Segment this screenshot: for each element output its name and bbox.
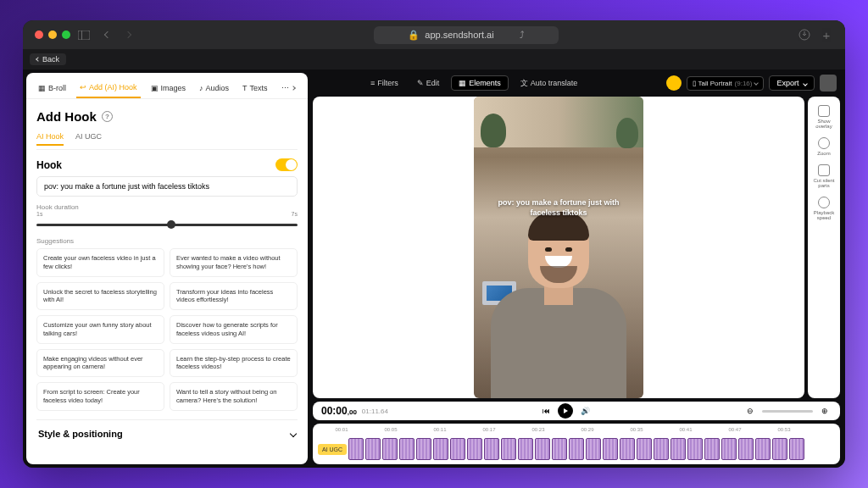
timeline-clip[interactable] <box>416 438 431 460</box>
timeline-clip[interactable] <box>704 438 720 460</box>
maximize-icon[interactable] <box>62 30 70 39</box>
filters-button[interactable]: ≡ Filters <box>364 76 405 90</box>
timeline: 00:01 00:05 00:11 00:17 00:23 00:29 00:3… <box>313 424 840 464</box>
tab-broll[interactable]: ▦ B-roll <box>35 78 70 98</box>
timeline-clip[interactable] <box>586 438 601 460</box>
timeline-clip[interactable] <box>501 438 516 460</box>
nav-forward-icon[interactable] <box>121 28 135 42</box>
timeline-clip[interactable] <box>433 438 448 460</box>
traffic-lights <box>35 30 70 39</box>
zoom-out-button[interactable]: ⊖ <box>743 404 757 418</box>
suggestion-item[interactable]: Create your own faceless video in just a… <box>36 248 164 277</box>
track-label[interactable]: AI UGC <box>318 444 347 455</box>
playback-speed-tool[interactable]: Playback speed <box>810 197 838 220</box>
show-overlay-tool[interactable]: Show overlay <box>810 105 838 129</box>
suggestion-item[interactable]: Ever wanted to make a video without show… <box>170 248 298 277</box>
timeline-clip[interactable] <box>535 438 550 460</box>
volume-button[interactable]: 🔊 <box>578 404 592 418</box>
preview-canvas[interactable]: pov: you make a fortune just with facele… <box>474 97 643 398</box>
minimize-icon[interactable] <box>48 30 57 39</box>
scissors-icon <box>818 164 830 176</box>
timeline-clip[interactable] <box>721 438 737 460</box>
images-icon: ▣ <box>151 84 159 92</box>
timeline-clip[interactable] <box>399 438 415 460</box>
sidebar-toggle-icon[interactable] <box>77 28 91 42</box>
timeline-clip[interactable] <box>603 438 618 460</box>
tab-audios[interactable]: ♪ Audios <box>196 78 232 98</box>
timeline-ruler[interactable]: 00:01 00:05 00:11 00:17 00:23 00:29 00:3… <box>318 427 835 435</box>
timeline-clip[interactable] <box>450 438 465 460</box>
timeline-clip[interactable] <box>348 438 364 460</box>
timeline-clip[interactable] <box>789 438 804 460</box>
new-tab-icon[interactable]: + <box>820 28 833 42</box>
svg-rect-0 <box>78 30 90 40</box>
subtab-ai-ugc[interactable]: AI UGC <box>75 132 102 146</box>
duration-slider[interactable] <box>36 220 298 230</box>
side-panel: ▦ B-roll ↩ Add (AI) Hook ▣ Images ♪ Audi… <box>26 73 308 464</box>
help-icon[interactable]: ? <box>102 111 113 122</box>
credits-badge[interactable] <box>666 75 682 91</box>
duration-max: 7s <box>292 211 298 217</box>
timeline-clip[interactable] <box>467 438 482 460</box>
hook-input[interactable] <box>36 176 298 197</box>
user-avatar[interactable] <box>820 75 837 92</box>
tab-more[interactable]: ⋯ <box>278 78 298 98</box>
suggestion-item[interactable]: Customize your own funny story about tal… <box>36 315 164 344</box>
timeline-clip[interactable] <box>484 438 499 460</box>
filters-icon: ≡ <box>370 79 375 87</box>
timeline-clip[interactable] <box>569 438 584 460</box>
suggestion-item[interactable]: From script to screen: Create your facel… <box>36 382 164 411</box>
timeline-clip[interactable] <box>552 438 567 460</box>
zoom-tool[interactable]: Zoom <box>817 137 830 156</box>
url-text: app.sendshort.ai <box>425 30 493 40</box>
back-button[interactable]: Back <box>30 53 66 65</box>
timeline-clip[interactable] <box>620 438 635 460</box>
suggestion-item[interactable]: Transform your ideas into faceless video… <box>170 282 298 311</box>
hook-toggle[interactable] <box>275 158 298 171</box>
cut-silent-tool[interactable]: Cut silent parts <box>810 164 838 188</box>
aspect-select[interactable]: ▯ Tall Portrait (9:16) <box>687 76 765 91</box>
timeline-clip[interactable] <box>654 438 669 460</box>
timeline-clip[interactable] <box>670 438 686 460</box>
zoom-icon <box>818 137 830 149</box>
timeline-track[interactable]: AI UGC <box>318 437 835 461</box>
timeline-clip[interactable] <box>772 438 787 460</box>
close-icon[interactable] <box>35 30 43 39</box>
lock-icon: 🔒 <box>408 30 420 41</box>
nav-back-icon[interactable] <box>101 28 114 42</box>
suggestion-item[interactable]: Discover how to generate scripts for fac… <box>170 315 298 344</box>
timeline-clip[interactable] <box>687 438 703 460</box>
preview-stage: pov: you make a fortune just with facele… <box>313 97 804 398</box>
current-time: 00:00,00 <box>321 405 357 417</box>
auto-translate-button[interactable]: 文 Auto translate <box>514 75 585 92</box>
style-positioning-section[interactable]: Style & positioning <box>36 419 298 447</box>
app-top: Back <box>23 49 845 69</box>
download-icon[interactable] <box>798 28 811 42</box>
timeline-clip[interactable] <box>518 438 533 460</box>
zoom-slider[interactable] <box>762 410 813 413</box>
timeline-clip[interactable] <box>637 438 652 460</box>
tab-add-hook[interactable]: ↩ Add (AI) Hook <box>76 78 141 98</box>
edit-button[interactable]: ✎ Edit <box>410 76 447 90</box>
export-button[interactable]: Export <box>769 75 815 91</box>
main-area: ≡ Filters ✎ Edit ▦ Elements 文 Auto trans… <box>313 73 840 464</box>
zoom-in-button[interactable]: ⊕ <box>818 404 832 418</box>
subtab-ai-hook[interactable]: AI Hook <box>36 132 64 146</box>
timeline-clip[interactable] <box>738 438 754 460</box>
url-bar[interactable]: 🔒 app.sendshort.ai ⤴ <box>374 26 558 44</box>
prev-button[interactable]: ⏮ <box>539 404 553 418</box>
suggestion-item[interactable]: Want to tell a story without being on ca… <box>170 382 298 411</box>
suggestion-item[interactable]: Learn the step-by-step process to create… <box>170 349 298 378</box>
timeline-clip[interactable] <box>365 438 381 460</box>
tab-texts[interactable]: T Texts <box>239 78 271 98</box>
suggestion-item[interactable]: Make engaging videos without ever appear… <box>36 349 164 378</box>
browser-window: 🔒 app.sendshort.ai ⤴ + Back ▦ <box>23 20 845 468</box>
timeline-clip[interactable] <box>382 438 398 460</box>
timeline-clip[interactable] <box>755 438 771 460</box>
play-button[interactable] <box>558 403 573 419</box>
tab-images[interactable]: ▣ Images <box>147 78 190 98</box>
right-tools: Show overlay Zoom Cut silent parts <box>808 97 840 398</box>
suggestion-item[interactable]: Unlock the secret to faceless storytelli… <box>36 282 164 311</box>
elements-button[interactable]: ▦ Elements <box>451 75 509 91</box>
hook-overlay-text: pov: you make a fortune just with facele… <box>474 198 643 218</box>
